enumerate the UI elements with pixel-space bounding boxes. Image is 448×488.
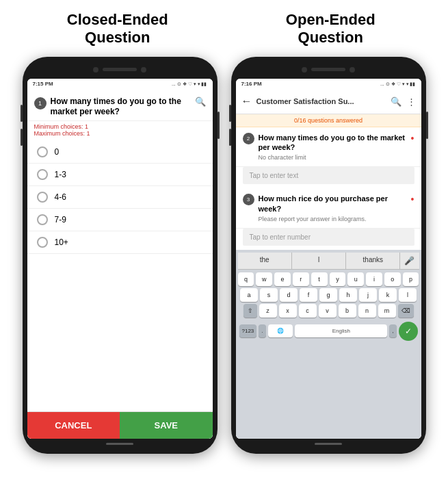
- vol-up-button: [21, 105, 23, 122]
- vol-down-button: [21, 129, 23, 146]
- space-key[interactable]: English: [295, 324, 387, 337]
- key-t[interactable]: t: [311, 272, 328, 286]
- suggest-the[interactable]: the: [238, 253, 292, 269]
- left-background: 1 How many times do you go to the market…: [27, 90, 213, 439]
- right-status-time: 7:16 PM: [241, 81, 262, 87]
- backspace-key[interactable]: ⌫: [398, 304, 414, 318]
- keyboard-bottom-row: ?123 . 🌐 English , ✓: [238, 320, 419, 342]
- option-label-10plus: 10+: [55, 237, 68, 247]
- key-e[interactable]: e: [274, 272, 291, 286]
- option-label-1-3: 1-3: [55, 170, 66, 179]
- option-label-0: 0: [55, 147, 60, 157]
- dialog-footer: CANCEL SAVE: [27, 411, 213, 439]
- option-label-4-6: 4-6: [55, 192, 66, 202]
- keyboard-row-1: q w e r t y u i o p: [238, 272, 419, 286]
- right-phone-screen: 7:16 PM ... ⊙ ❖ ♡ ▾ ▾ ▮▮ ← Customer Sati…: [236, 79, 421, 439]
- key-x[interactable]: x: [279, 304, 297, 318]
- right-camera-dot: [302, 67, 307, 73]
- radio-circle-0: [37, 146, 48, 157]
- num-key[interactable]: ?123: [239, 324, 257, 337]
- home-indicator: [106, 443, 133, 445]
- min-choices: Minimum choices: 1: [34, 123, 206, 130]
- suggest-l[interactable]: l: [292, 253, 346, 269]
- key-y[interactable]: y: [330, 272, 346, 286]
- back-arrow-icon[interactable]: ←: [241, 95, 252, 107]
- key-u[interactable]: u: [347, 272, 364, 286]
- more-options-icon[interactable]: ⋮: [407, 97, 416, 107]
- key-f[interactable]: f: [300, 288, 317, 302]
- speaker-bar: [103, 68, 137, 71]
- progress-text: 0/16 questions answered: [294, 117, 363, 124]
- max-choices: Maximum choices: 1: [34, 130, 206, 137]
- left-status-icons: ... ⊙ ❖ ♡ ▾ ▾ ▮▮: [172, 81, 207, 87]
- right-home-indicator: [315, 443, 342, 445]
- dialog-box: 1 How many times do you go to the market…: [27, 90, 213, 439]
- mic-icon[interactable]: 🎤: [400, 253, 419, 269]
- key-h[interactable]: h: [339, 288, 357, 302]
- right-speaker-bar: [311, 68, 345, 71]
- keyboard: the l thanks 🎤 q w e r t y u i: [236, 250, 421, 439]
- right-home-bar: [236, 441, 421, 447]
- key-l[interactable]: l: [399, 288, 417, 302]
- question-3-note: Please report your answer in kilograms.: [243, 216, 414, 222]
- question-3-card: 3 How much rice do you purchase per week…: [236, 188, 421, 229]
- option-4-6[interactable]: 4-6: [27, 186, 213, 209]
- key-d[interactable]: d: [280, 288, 298, 302]
- key-b[interactable]: b: [339, 304, 356, 318]
- radio-circle-4-6: [37, 192, 48, 203]
- question-2-card: 2 How many times do you go to the market…: [236, 127, 421, 168]
- keyboard-row-3: ⇧ z x c v b n m ⌫: [238, 304, 419, 318]
- left-phone: 7:15 PM ... ⊙ ❖ ♡ ▾ ▾ ▮▮ 1 How many time…: [23, 57, 218, 454]
- sensor-dot: [141, 67, 146, 73]
- right-camera-row: [236, 64, 421, 76]
- option-1-3[interactable]: 1-3: [27, 164, 213, 186]
- key-v[interactable]: v: [319, 304, 337, 318]
- radio-circle-7-9: [37, 214, 48, 225]
- right-status-bar: 7:16 PM ... ⊙ ❖ ♡ ▾ ▾ ▮▮: [236, 79, 421, 90]
- dialog-options: 0 1-3 4-6 7-9: [27, 141, 213, 411]
- key-g[interactable]: g: [319, 288, 337, 302]
- key-z[interactable]: z: [259, 304, 277, 318]
- question-3-input[interactable]: Tap to enter number: [243, 229, 414, 246]
- question-3-num: 3: [243, 194, 254, 205]
- key-p[interactable]: p: [403, 272, 419, 286]
- search-icon[interactable]: 🔍: [391, 97, 401, 107]
- right-section-title: Open-Ended Question: [235, 11, 426, 47]
- keyboard-row-2: a s d f g h j k l: [238, 288, 419, 302]
- globe-key[interactable]: 🌐: [268, 324, 293, 337]
- save-button[interactable]: SAVE: [120, 412, 213, 439]
- key-q[interactable]: q: [238, 272, 254, 286]
- key-m[interactable]: m: [378, 304, 396, 318]
- shift-key[interactable]: ⇧: [243, 304, 257, 318]
- key-w[interactable]: w: [256, 272, 272, 286]
- period-key[interactable]: ,: [389, 324, 396, 337]
- comma-key[interactable]: .: [259, 324, 265, 337]
- option-10plus[interactable]: 10+: [27, 231, 213, 254]
- question-2-row: 2 How many times do you go to the market…: [243, 133, 414, 153]
- suggest-thanks[interactable]: thanks: [346, 253, 400, 269]
- key-a[interactable]: a: [240, 288, 258, 302]
- app-title: Customer Satisfaction Su...: [256, 97, 386, 105]
- app-bar-icons: 🔍 ⋮: [391, 97, 416, 107]
- key-i[interactable]: i: [366, 272, 382, 286]
- camera-row: [27, 64, 213, 76]
- right-phone: 7:16 PM ... ⊙ ❖ ♡ ▾ ▾ ▮▮ ← Customer Sati…: [231, 57, 426, 454]
- left-status-time: 7:15 PM: [33, 81, 53, 87]
- question-2-num: 2: [243, 133, 254, 144]
- right-screen-content: ← Customer Satisfaction Su... 🔍 ⋮ 0/16 q…: [236, 90, 421, 439]
- enter-key[interactable]: ✓: [399, 322, 418, 341]
- option-0[interactable]: 0: [27, 141, 213, 164]
- option-7-9[interactable]: 7-9: [27, 209, 213, 231]
- question-2-input[interactable]: Tap to enter text: [243, 167, 414, 184]
- key-c[interactable]: c: [299, 304, 317, 318]
- key-o[interactable]: o: [384, 272, 401, 286]
- key-n[interactable]: n: [358, 304, 376, 318]
- key-r[interactable]: r: [293, 272, 309, 286]
- right-status-icons: ... ⊙ ❖ ♡ ▾ ▾ ▮▮: [380, 81, 416, 87]
- key-j[interactable]: j: [359, 288, 377, 302]
- right-vol-down-button: [229, 129, 231, 146]
- search-icon[interactable]: 🔍: [195, 97, 206, 107]
- key-s[interactable]: s: [260, 288, 278, 302]
- key-k[interactable]: k: [379, 288, 397, 302]
- cancel-button[interactable]: CANCEL: [27, 412, 120, 439]
